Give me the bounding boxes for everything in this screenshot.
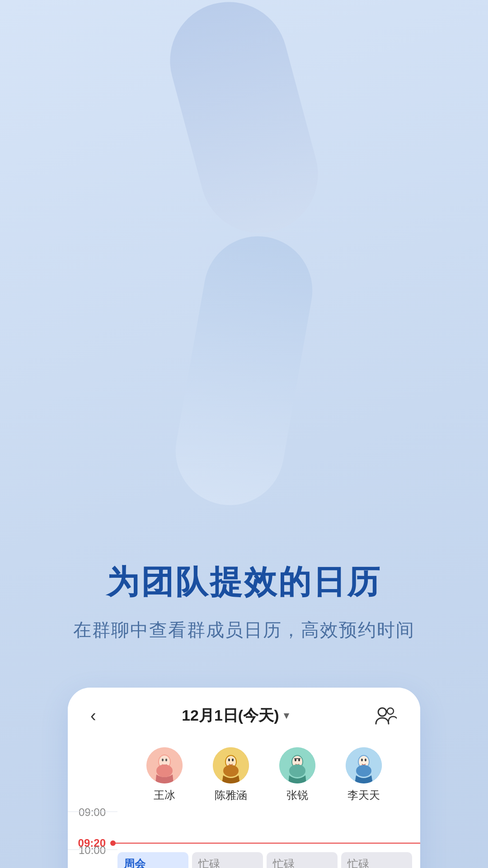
member-name-zhang: 张锐 (286, 788, 308, 802)
cell-empty (341, 811, 412, 837)
deco-right (167, 228, 321, 514)
member-name-chen: 陈雅涵 (215, 788, 247, 802)
calendar-area: 09:00 09:20 10:00 周会 (68, 811, 420, 868)
deco-left (157, 0, 331, 246)
svg-point-29 (356, 765, 371, 777)
svg-point-23 (289, 764, 305, 777)
svg-point-15 (223, 765, 239, 777)
date-label: 12月1日(今天) (182, 705, 279, 726)
svg-point-1 (387, 708, 394, 714)
phone-card: ‹ 12月1日(今天) ▾ (68, 688, 420, 868)
avatar-zhang (279, 747, 315, 783)
event-busy-li-1: 忙碌 (341, 852, 412, 868)
time-row-0900: 09:00 (68, 811, 420, 837)
cell-empty (267, 811, 338, 837)
cell-empty (192, 811, 263, 837)
event-busy-zhang-1: 忙碌 (267, 852, 338, 868)
svg-point-5 (162, 759, 164, 761)
avatar-chen (213, 747, 249, 783)
cells-0900 (113, 811, 420, 837)
current-time-line (113, 843, 420, 844)
svg-point-0 (378, 708, 386, 716)
avatar-wang (146, 747, 183, 783)
hero-title: 为团队提效的日历 (107, 561, 381, 604)
avatar-li (346, 747, 382, 783)
date-dropdown-icon: ▾ (284, 710, 289, 722)
header-date[interactable]: 12月1日(今天) ▾ (182, 705, 288, 726)
time-row-1000: 10:00 周会 忙碌 忙碌 忙碌 (68, 849, 420, 868)
svg-point-27 (361, 759, 363, 761)
card-header: ‹ 12月1日(今天) ▾ (68, 688, 420, 738)
avatars-row: 王冰 陈雅涵 (68, 738, 420, 811)
member-wang[interactable]: 王冰 (131, 747, 197, 802)
svg-rect-22 (297, 758, 300, 759)
svg-point-6 (165, 759, 167, 761)
member-name-li: 李天天 (347, 788, 380, 802)
time-label-1000: 10:00 (79, 844, 106, 857)
svg-rect-13 (228, 759, 230, 760)
member-chen[interactable]: 陈雅涵 (197, 747, 264, 802)
current-time-dot (110, 840, 116, 846)
member-name-wang: 王冰 (154, 788, 175, 802)
svg-point-7 (156, 764, 173, 777)
hero-subtitle: 在群聊中查看群成员日历，高效预约时间 (73, 618, 415, 642)
member-zhang[interactable]: 张锐 (264, 747, 330, 802)
group-members-button[interactable] (374, 704, 398, 727)
member-li[interactable]: 李天天 (330, 747, 397, 802)
cell-empty (117, 811, 188, 837)
back-button[interactable]: ‹ (90, 706, 96, 726)
time-row-current: 09:20 (68, 837, 420, 849)
cells-1000: 周会 忙碌 忙碌 忙碌 (113, 849, 420, 868)
event-busy-chen-1: 忙碌 (192, 852, 263, 868)
svg-rect-14 (232, 759, 234, 760)
time-label-0900: 09:00 (79, 806, 106, 819)
event-zhou-hui[interactable]: 周会 (117, 852, 188, 868)
svg-point-28 (365, 759, 366, 761)
hero-section: 为团队提效的日历 在群聊中查看群成员日历，高效预约时间 (0, 506, 488, 670)
